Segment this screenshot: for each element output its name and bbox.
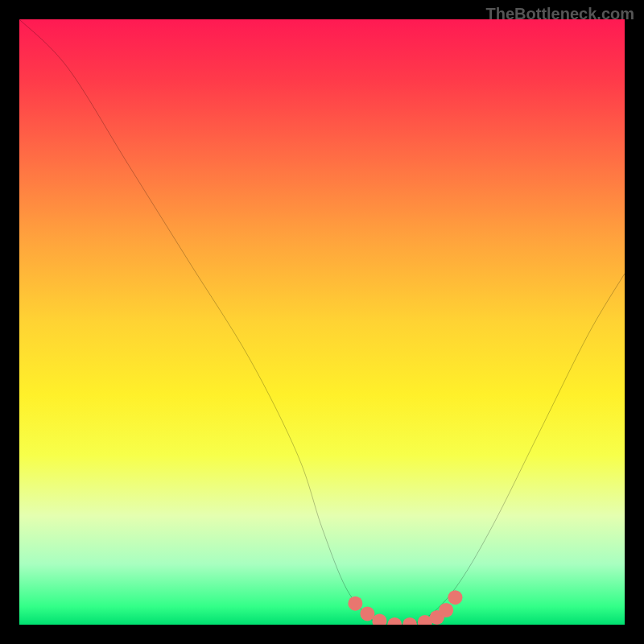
marker-point [402,617,417,625]
attribution-text: TheBottleneck.com [486,5,634,23]
marker-point [439,603,453,617]
chart-svg [19,19,625,625]
marker-point [348,597,362,611]
marker-point [360,606,374,621]
marker-point [448,590,462,605]
bottleneck-curve [19,19,625,625]
marker-point [387,617,402,625]
highlight-markers [348,590,462,625]
chart-plot-area [19,19,625,625]
